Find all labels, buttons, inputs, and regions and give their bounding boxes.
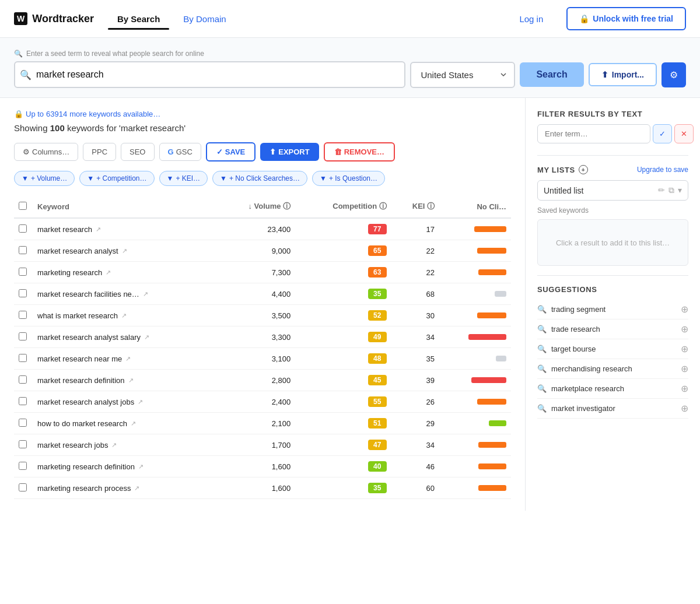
col-competition[interactable]: Competition ⓘ [295, 195, 391, 218]
edit-icon[interactable]: ✏ [658, 185, 665, 195]
noclicks-bar [478, 485, 506, 491]
keyword-cell: how to do market research ↗ [33, 413, 217, 434]
settings-button[interactable]: ⚙ [662, 62, 686, 87]
external-link-icon[interactable]: ↗ [143, 290, 148, 298]
competition-cell: 35 [295, 283, 391, 305]
filter-pill[interactable]: ▼ + Volume… [14, 171, 75, 186]
noclicks-cell [439, 477, 511, 499]
suggestion-item[interactable]: 🔍 trade research ⊕ [537, 319, 688, 339]
noclicks-bar [478, 269, 506, 275]
row-checkbox[interactable] [19, 289, 27, 297]
kei-cell: 26 [391, 391, 439, 413]
filter-pill[interactable]: ▼ + Is Question… [312, 171, 385, 186]
upgrade-link[interactable]: Upgrade to save [637, 166, 688, 174]
filter-clear-button[interactable]: ✕ [674, 124, 694, 143]
external-link-icon[interactable]: ↗ [138, 398, 143, 406]
select-all-checkbox[interactable] [19, 202, 27, 210]
external-link-icon[interactable]: ↗ [128, 377, 134, 384]
table-body: market research ↗ 23,400 77 17 market re… [14, 218, 511, 499]
export-button[interactable]: ⬆ EXPORT [260, 143, 318, 161]
external-link-icon[interactable]: ↗ [111, 441, 117, 449]
row-checkbox[interactable] [19, 311, 27, 319]
table-row: market research ↗ 23,400 77 17 [14, 218, 511, 240]
lock-icon: 🔒 [579, 14, 589, 23]
col-volume[interactable]: ↓ Volume ⓘ [217, 195, 296, 218]
competition-badge: 77 [368, 224, 387, 234]
competition-badge: 45 [368, 375, 387, 385]
unlock-button[interactable]: 🔒 Unlock with free trial [566, 7, 686, 30]
suggestion-add-button[interactable]: ⊕ [681, 363, 688, 374]
row-checkbox[interactable] [19, 246, 27, 254]
row-checkbox[interactable] [19, 462, 27, 470]
suggestion-item[interactable]: 🔍 market investigator ⊕ [537, 399, 688, 419]
row-checkbox[interactable] [19, 419, 27, 427]
suggestion-add-button[interactable]: ⊕ [681, 383, 688, 394]
filter-pill[interactable]: ▼ + Competition… [79, 171, 154, 186]
filter-ok-button[interactable]: ✓ [653, 124, 672, 143]
row-checkbox[interactable] [19, 397, 27, 405]
row-checkbox[interactable] [19, 375, 27, 384]
gsc-tab[interactable]: G GSC [159, 143, 201, 161]
external-link-icon[interactable]: ↗ [134, 484, 139, 492]
remove-button[interactable]: 🗑 REMOVE… [324, 142, 395, 161]
suggestion-add-button[interactable]: ⊕ [681, 343, 688, 354]
filter-text-input[interactable] [537, 124, 650, 143]
chevron-down-icon[interactable]: ▾ [678, 185, 682, 195]
noclicks-cell [439, 391, 511, 413]
row-checkbox[interactable] [19, 440, 27, 448]
keyword-cell: market research near me ↗ [33, 348, 217, 370]
noclicks-cell [439, 348, 511, 370]
suggestion-item[interactable]: 🔍 merchandising research ⊕ [537, 359, 688, 379]
competition-cell: 49 [295, 326, 391, 348]
external-link-icon[interactable]: ↗ [122, 247, 127, 255]
row-checkbox[interactable] [19, 483, 27, 491]
search-input[interactable] [14, 61, 405, 88]
nav-by-search[interactable]: By Search [108, 9, 169, 29]
keyword-text: market research near me [37, 354, 122, 363]
external-link-icon[interactable]: ↗ [144, 333, 149, 341]
filter-pill[interactable]: ▼ + No Click Searches… [212, 171, 307, 186]
suggestion-add-button[interactable]: ⊕ [681, 403, 688, 414]
search-button[interactable]: Search [520, 62, 583, 87]
external-link-icon[interactable]: ↗ [131, 420, 136, 427]
list-selector[interactable]: Untitled list ✏ ⧉ ▾ [537, 180, 688, 201]
row-checkbox[interactable] [19, 354, 27, 362]
kei-cell: 29 [391, 413, 439, 434]
save-button[interactable]: ✓ SAVE [206, 142, 256, 161]
suggestion-item[interactable]: 🔍 target bourse ⊕ [537, 339, 688, 359]
external-link-icon[interactable]: ↗ [121, 312, 127, 319]
competition-badge: 65 [368, 245, 387, 256]
col-kei[interactable]: KEI ⓘ [391, 195, 439, 218]
suggestion-item[interactable]: 🔍 marketplace research ⊕ [537, 379, 688, 399]
external-link-icon[interactable]: ↗ [125, 355, 131, 363]
import-button[interactable]: ⬆ Import... [589, 63, 657, 86]
my-lists-title: MY LISTS + [537, 165, 588, 174]
external-link-icon[interactable]: ↗ [96, 226, 101, 233]
keyword-text: market research analyst salary [37, 333, 141, 342]
competition-cell: 77 [295, 218, 391, 240]
keyword-text: marketing research definition [37, 462, 135, 471]
check-icon: ✓ [216, 148, 223, 156]
ppc-tab[interactable]: PPC [83, 143, 116, 161]
suggestion-add-button[interactable]: ⊕ [681, 324, 688, 335]
row-checkbox[interactable] [19, 332, 27, 340]
nav-by-domain[interactable]: By Domain [174, 9, 235, 29]
suggestion-add-button[interactable]: ⊕ [681, 304, 688, 315]
external-link-icon[interactable]: ↗ [138, 463, 144, 470]
territory-select[interactable]: United States United Kingdom Canada Aust… [410, 62, 515, 88]
login-button[interactable]: Log in [510, 9, 552, 29]
row-checkbox[interactable] [19, 224, 27, 233]
seo-tab[interactable]: SEO [121, 143, 154, 161]
suggestion-item[interactable]: 🔍 trading segment ⊕ [537, 300, 688, 319]
add-list-button[interactable]: + [579, 165, 588, 174]
search-hint-text: Enter a seed term to reveal what people … [26, 50, 204, 58]
external-link-icon[interactable]: ↗ [106, 269, 111, 276]
copy-icon[interactable]: ⧉ [668, 185, 674, 195]
columns-button[interactable]: ⚙ Columns… [14, 143, 78, 161]
volume-cell: 2,400 [217, 391, 296, 413]
filter-pill[interactable]: ▼ + KEI… [159, 171, 208, 186]
table-row: market research analyst jobs ↗ 2,400 55 … [14, 391, 511, 413]
row-checkbox[interactable] [19, 268, 27, 276]
noclicks-cell [439, 370, 511, 391]
logo: W Wordtracker [14, 12, 94, 25]
